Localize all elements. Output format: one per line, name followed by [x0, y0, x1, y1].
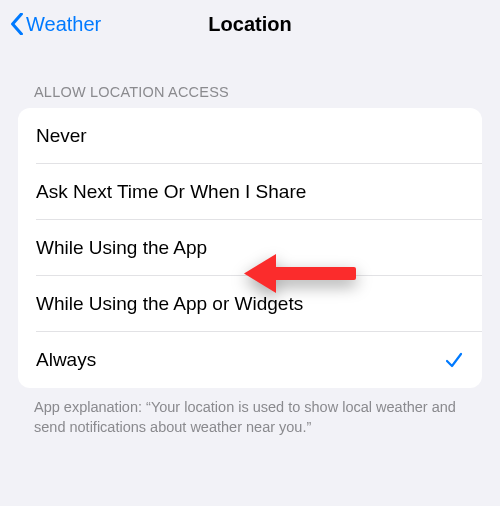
- chevron-left-icon: [10, 13, 24, 35]
- option-label: While Using the App: [36, 237, 207, 259]
- section-footer: App explanation: “Your location is used …: [0, 388, 500, 437]
- option-always[interactable]: Always: [18, 332, 482, 388]
- option-never[interactable]: Never: [18, 108, 482, 164]
- option-while-using-app-widgets[interactable]: While Using the App or Widgets: [18, 276, 482, 332]
- checkmark-icon: [444, 350, 464, 370]
- back-button[interactable]: Weather: [10, 13, 101, 36]
- option-ask-next-time[interactable]: Ask Next Time Or When I Share: [18, 164, 482, 220]
- option-label: While Using the App or Widgets: [36, 293, 303, 315]
- option-label: Ask Next Time Or When I Share: [36, 181, 306, 203]
- page-title: Location: [208, 13, 291, 36]
- option-while-using-app[interactable]: While Using the App: [18, 220, 482, 276]
- option-label: Never: [36, 125, 87, 147]
- nav-bar: Weather Location: [0, 0, 500, 48]
- section-header: ALLOW LOCATION ACCESS: [0, 48, 500, 108]
- option-label: Always: [36, 349, 96, 371]
- location-access-options: Never Ask Next Time Or When I Share Whil…: [18, 108, 482, 388]
- back-button-label: Weather: [26, 13, 101, 36]
